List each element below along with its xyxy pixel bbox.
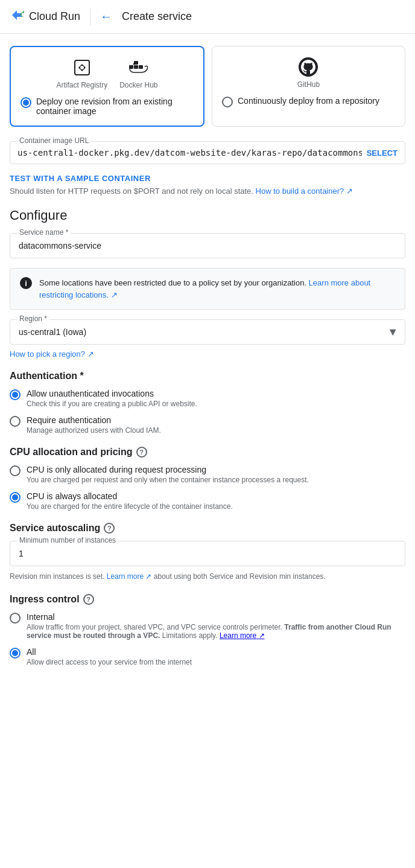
cpu-always-text: CPU is always allocated You are charged …: [27, 491, 233, 511]
app-name: Cloud Run: [29, 10, 80, 23]
pick-region-link[interactable]: How to pick a region? ↗: [10, 349, 405, 359]
deploy-existing-label: Deploy one revision from an existing con…: [36, 97, 194, 116]
ingress-all-desc: Allow direct access to your service from…: [27, 658, 192, 666]
header-divider: [90, 8, 90, 25]
service-name-input[interactable]: [10, 233, 405, 258]
deploy-option-existing[interactable]: Deploy one revision from an existing con…: [21, 97, 194, 116]
radio-cpu-always[interactable]: [10, 492, 21, 503]
github-icon: [297, 56, 319, 78]
cpu-option-always[interactable]: CPU is always allocated You are charged …: [10, 491, 405, 511]
svg-rect-5: [134, 65, 138, 69]
ingress-header-row: Ingress control ?: [10, 594, 405, 605]
radio-ingress-all[interactable]: [10, 648, 21, 659]
min-instances-field: Minimum number of instances: [10, 541, 405, 566]
auth-require-desc: Manage authorized users with Cloud IAM.: [27, 426, 161, 435]
authentication-title: Authentication *: [10, 371, 405, 381]
logo-icon: [10, 7, 27, 27]
ingress-internal-text: Internal Allow traffic from your project…: [27, 612, 405, 640]
github-icon-item: GitHub: [297, 56, 320, 89]
region-select[interactable]: us-central1 (Iowa): [10, 319, 405, 345]
ingress-help-icon[interactable]: ?: [83, 594, 94, 605]
autoscaling-help-text: Revision min instances is set. Learn mor…: [10, 571, 405, 582]
page-title: Create service: [122, 10, 192, 23]
cpu-request-label: CPU is only allocated during request pro…: [27, 465, 309, 474]
deploy-card-repo[interactable]: GitHub Continuously deploy from a reposi…: [212, 46, 405, 127]
radio-allow-unauthenticated[interactable]: [10, 389, 21, 400]
autoscaling-header-row: Service autoscaling ?: [10, 523, 405, 534]
auth-option-allow[interactable]: Allow unauthenticated invocations Check …: [10, 389, 405, 408]
ingress-learn-more-link[interactable]: Learn more ↗: [220, 631, 265, 640]
card-icons-existing: Artifact Registry Docker Hub: [21, 57, 194, 89]
cpu-request-text: CPU is only allocated during request pro…: [27, 465, 309, 484]
ingress-internal-label: Internal: [27, 612, 405, 622]
sample-desc: Should listen for HTTP requests on $PORT…: [10, 187, 405, 196]
radio-ingress-internal[interactable]: [10, 613, 21, 624]
authentication-section: Authentication * Allow unauthenticated i…: [10, 371, 405, 435]
deploy-option-repo[interactable]: Continuously deploy from a repository: [222, 96, 395, 107]
auth-require-label: Require authentication: [27, 415, 161, 425]
ingress-all-text: All Allow direct access to your service …: [27, 647, 192, 666]
autoscaling-title: Service autoscaling: [10, 523, 100, 534]
info-banner-text: Some locations have been restricted due …: [39, 277, 395, 301]
cpu-header-row: CPU allocation and pricing ?: [10, 447, 405, 458]
auth-require-text: Require authentication Manage authorized…: [27, 415, 161, 435]
svg-point-3: [80, 66, 84, 69]
docker-hub-icon: [128, 57, 150, 78]
auth-allow-desc: Check this if you are creating a public …: [27, 400, 197, 408]
min-instances-input[interactable]: [10, 541, 405, 566]
github-label: GitHub: [297, 80, 320, 89]
container-image-field: Container image URL SELECT: [10, 141, 405, 164]
region-field: Region * us-central1 (Iowa) ▼: [10, 319, 405, 345]
radio-cpu-request[interactable]: [10, 465, 21, 476]
info-banner: i Some locations have been restricted du…: [10, 268, 405, 310]
cpu-request-desc: You are charged per request and only whe…: [27, 476, 309, 484]
svg-rect-7: [134, 61, 138, 65]
ingress-option-internal[interactable]: Internal Allow traffic from your project…: [10, 612, 405, 640]
ingress-internal-desc: Allow traffic from your project, shared …: [27, 623, 405, 640]
region-label: Region *: [17, 314, 49, 323]
auth-allow-text: Allow unauthenticated invocations Check …: [27, 389, 197, 408]
svg-rect-6: [139, 65, 143, 69]
cpu-always-desc: You are charged for the entire lifecycle…: [27, 502, 233, 511]
artifact-registry-label: Artifact Registry: [56, 81, 107, 89]
deploy-type-cards: Artifact Registry Docker Hub Dep: [10, 46, 405, 127]
deploy-repo-label: Continuously deploy from a repository: [238, 96, 379, 106]
card-icons-repo: GitHub: [222, 56, 395, 89]
service-name-field: Service name *: [10, 233, 405, 258]
radio-require-auth[interactable]: [10, 416, 21, 427]
header: Cloud Run ← Create service: [0, 0, 415, 34]
build-container-link[interactable]: How to build a container? ↗: [256, 187, 353, 196]
back-button[interactable]: ←: [100, 10, 112, 24]
auth-option-require[interactable]: Require authentication Manage authorized…: [10, 415, 405, 435]
autoscaling-help-icon[interactable]: ?: [104, 523, 115, 534]
artifact-registry-icon-item: Artifact Registry: [56, 57, 107, 89]
docker-hub-icon-item: Docker Hub: [119, 57, 157, 89]
cpu-always-label: CPU is always allocated: [27, 491, 233, 501]
min-instances-label: Minimum number of instances: [17, 536, 118, 544]
app-logo: Cloud Run: [10, 7, 80, 27]
cpu-allocation-title: CPU allocation and pricing: [10, 447, 133, 458]
info-icon: i: [20, 277, 32, 289]
ingress-title: Ingress control: [10, 594, 80, 605]
select-button[interactable]: SELECT: [362, 148, 398, 158]
sample-desc-text: Should listen for HTTP requests on $PORT…: [10, 187, 253, 196]
container-image-input[interactable]: [17, 148, 362, 158]
test-sample-link[interactable]: TEST WITH A SAMPLE CONTAINER: [10, 174, 405, 183]
container-image-label: Container image URL: [17, 136, 91, 145]
ingress-section: Ingress control ? Internal Allow traffic…: [10, 594, 405, 666]
auth-allow-label: Allow unauthenticated invocations: [27, 389, 197, 398]
cpu-help-icon[interactable]: ?: [136, 447, 147, 458]
cpu-option-request[interactable]: CPU is only allocated during request pro…: [10, 465, 405, 484]
radio-repo[interactable]: [222, 97, 233, 107]
main-content: Artifact Registry Docker Hub Dep: [0, 34, 415, 686]
cpu-allocation-section: CPU allocation and pricing ? CPU is only…: [10, 447, 405, 511]
ingress-all-label: All: [27, 647, 192, 657]
radio-existing-image[interactable]: [21, 97, 31, 108]
deploy-card-existing-image[interactable]: Artifact Registry Docker Hub Dep: [10, 46, 204, 127]
docker-hub-label: Docker Hub: [119, 81, 157, 89]
service-name-label: Service name *: [17, 228, 71, 237]
artifact-registry-icon: [71, 57, 93, 78]
configure-title: Configure: [10, 208, 405, 223]
ingress-option-all[interactable]: All Allow direct access to your service …: [10, 647, 405, 666]
autoscaling-learn-more-link[interactable]: Learn more ↗: [107, 572, 154, 581]
